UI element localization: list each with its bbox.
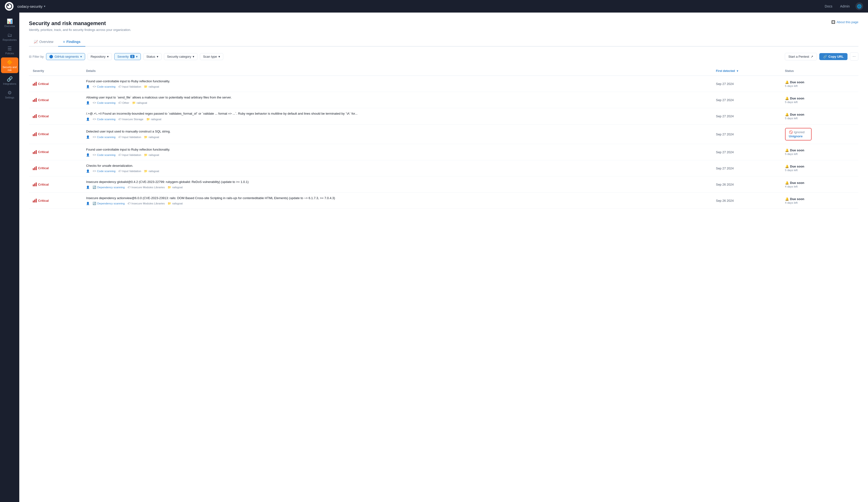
severity-filter[interactable]: Severity 1 ▾	[114, 53, 141, 60]
days-left-label: 4 days left	[785, 185, 855, 188]
tab-overview-label: Overview	[39, 40, 53, 44]
tag-repo: 📁 railsgoat	[167, 202, 183, 205]
segments-label: GitHub segments	[54, 55, 79, 58]
scan-type-label[interactable]: Code scanning	[97, 153, 115, 157]
status-cell: 🚫 Ignored Unignore	[781, 124, 858, 144]
finding-title[interactable]: Insecure dependency globalid@0.4.2 (CVE-…	[86, 180, 708, 184]
tag-icon: 🏷	[127, 202, 131, 205]
table-row[interactable]: Critical Allowing user input to `send_fi…	[29, 92, 858, 108]
finding-title[interactable]: /.+@.+\..+/i Found an incorrectly-bounde…	[86, 111, 708, 116]
page-subtitle: Identify, prioritize, track, and fix sec…	[29, 28, 131, 32]
finding-title[interactable]: Detected user input used to manually con…	[86, 129, 708, 134]
tab-findings[interactable]: ≡ Findings	[58, 37, 85, 47]
eye-off-icon: 🚫	[789, 130, 793, 134]
sidebar-item-repositories[interactable]: 🗂 Repositories	[1, 30, 18, 43]
finding-title[interactable]: Found user-controllable input to Ruby re…	[86, 148, 708, 152]
details-cell: Found user-controllable input to Ruby re…	[82, 76, 712, 92]
chevron-down-icon: ▾	[157, 55, 158, 58]
repo-icon: 📁	[144, 153, 147, 157]
scan-type-label[interactable]: Code scanning	[97, 85, 115, 88]
finding-title[interactable]: Found user-controllable input to Ruby re…	[86, 79, 708, 83]
start-pentest-button[interactable]: Start a Pentest ↗	[785, 53, 817, 60]
tag-category: 🏷 Input Validation	[118, 153, 141, 157]
days-left-label: 4 days left	[785, 201, 855, 204]
repository-filter[interactable]: Repository ▾	[87, 53, 112, 60]
finding-tags: 👤 <> Code scanning 🏷 Input Validation 📁 …	[86, 85, 708, 88]
finding-title[interactable]: Checks for unsafe deserialization.	[86, 164, 708, 168]
severity-icon	[33, 82, 37, 86]
copy-url-button[interactable]: 🔗 Copy URL	[819, 53, 847, 60]
github-segments-filter[interactable]: 🔵 GitHub segments ▾	[46, 53, 85, 60]
tag-icon: 🏷	[118, 135, 121, 139]
scan-type-filter[interactable]: Scan type ▾	[200, 53, 223, 60]
more-options-button[interactable]: ···	[850, 52, 858, 61]
repo-icon: 📁	[167, 185, 171, 189]
table-row[interactable]: Critical /.+@.+\..+/i Found an incorrect…	[29, 108, 858, 124]
tag-repo: 📁 railsgoat	[167, 185, 183, 189]
severity-icon	[33, 150, 37, 154]
ignored-label: Ignored	[794, 130, 805, 134]
app-logo[interactable]	[5, 2, 13, 11]
person-icon: 👤	[86, 118, 90, 121]
date-cell: Sep 26 2024	[712, 176, 781, 192]
finding-title[interactable]: Insecure dependency actionview@6.0.0 (CV…	[86, 196, 708, 200]
severity-label: Critical	[38, 166, 49, 170]
person-icon: 👤	[86, 101, 90, 104]
severity-cell: Critical	[29, 92, 82, 108]
severity-label: Critical	[38, 98, 49, 102]
tag-category: 🏷 Other	[118, 101, 129, 104]
table-row[interactable]: Critical Checks for unsafe deserializati…	[29, 160, 858, 176]
severity-critical: Critical	[33, 150, 78, 154]
repo-label: railsgoat	[172, 202, 183, 205]
table-row[interactable]: Critical Insecure dependency globalid@0.…	[29, 176, 858, 192]
scan-type-label[interactable]: Code scanning	[97, 170, 115, 172]
table-row[interactable]: Critical Detected user input used to man…	[29, 124, 858, 144]
date-cell: Sep 27 2024	[712, 92, 781, 108]
scan-type-label[interactable]: Code scanning	[97, 135, 115, 139]
tabs: 📈 Overview ≡ Findings	[29, 37, 858, 47]
sidebar-item-integrations[interactable]: 🔗 Integrations	[1, 74, 18, 87]
severity-critical: Critical	[33, 82, 78, 86]
th-status: Status	[781, 66, 858, 76]
date-cell: Sep 27 2024	[712, 124, 781, 144]
bell-icon: 🔔	[785, 97, 789, 100]
date-cell: Sep 27 2024	[712, 144, 781, 160]
scan-type-label[interactable]: Code scanning	[97, 101, 115, 104]
scan-type-label[interactable]: Dependency scanning	[97, 202, 125, 205]
language-selector[interactable]: 🌐	[856, 2, 863, 10]
tag-category: 🏷 Insecure Modules Libraries	[127, 202, 165, 205]
chevron-down-icon: ▾	[136, 55, 138, 58]
table-row[interactable]: Critical Found user-controllable input t…	[29, 76, 858, 92]
sidebar-item-policies[interactable]: ☰ Policies	[1, 44, 18, 57]
admin-link[interactable]: Admin	[838, 3, 851, 9]
sidebar-item-settings[interactable]: ⚙ Settings	[1, 88, 18, 101]
table-header: Severity Details First detected ▼ Status	[29, 66, 858, 76]
severity-icon	[33, 182, 37, 186]
tab-overview[interactable]: 📈 Overview	[29, 37, 58, 47]
org-selector[interactable]: codacy-security ▾	[17, 4, 45, 8]
code-icon: <>	[93, 85, 96, 88]
days-left-label: 5 days left	[785, 117, 855, 120]
security-category-filter[interactable]: Security category ▾	[164, 53, 197, 60]
chevron-down-icon: ▾	[80, 55, 82, 58]
sidebar-label-integrations: Integrations	[3, 82, 17, 86]
repo-icon: 📁	[144, 85, 147, 88]
scan-type-label[interactable]: Code scanning	[97, 118, 115, 121]
status-cell: 🔔 Due soon 5 days left	[781, 108, 858, 124]
sidebar-item-overview[interactable]: 📊 Overview	[1, 17, 18, 29]
sidebar-item-security[interactable]: 🔶 Security and risk	[1, 58, 18, 73]
finding-title[interactable]: Allowing user input to `send_file` allow…	[86, 95, 708, 100]
table-row[interactable]: Critical Found user-controllable input t…	[29, 144, 858, 160]
scan-type-label[interactable]: Dependency scanning	[97, 186, 125, 189]
unignore-button[interactable]: Unignore	[789, 134, 808, 138]
start-pentest-label: Start a Pentest	[788, 55, 809, 58]
severity-label: Critical	[38, 150, 49, 154]
about-page-link[interactable]: 🔲 About this page	[831, 20, 858, 24]
th-first-detected[interactable]: First detected ▼	[712, 66, 781, 76]
chevron-down-icon: ▾	[218, 55, 220, 58]
docs-link[interactable]: Docs	[823, 3, 834, 9]
status-filter[interactable]: Status ▾	[143, 53, 162, 60]
finding-tags: 👤 🔄 Dependency scanning 🏷 Insecure Modul…	[86, 185, 708, 189]
table-row[interactable]: Critical Insecure dependency actionview@…	[29, 193, 858, 209]
chevron-down-icon: ▾	[44, 4, 45, 8]
